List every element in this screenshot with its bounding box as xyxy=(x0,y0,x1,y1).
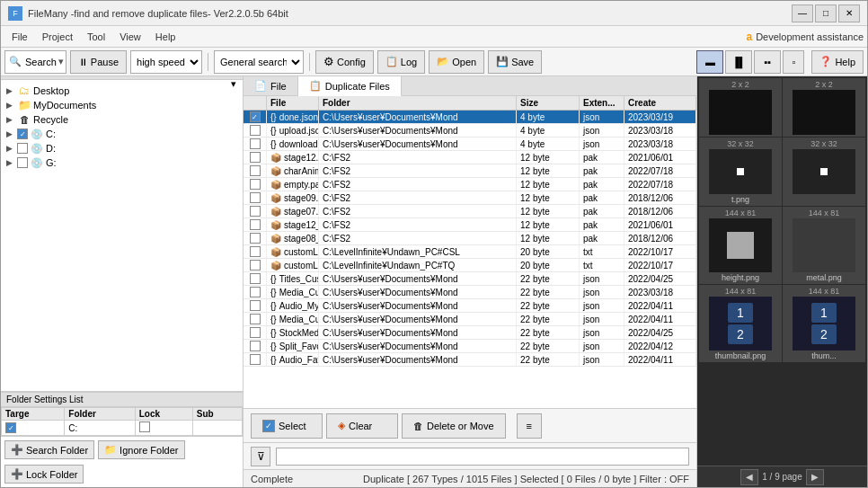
row-checkbox[interactable] xyxy=(250,233,261,244)
file-row[interactable]: 📦stage07.pakC:\FS212 bytepak2018/12/06 xyxy=(244,205,696,218)
file-row-check[interactable] xyxy=(244,124,267,137)
file-row-check[interactable]: ✓ xyxy=(244,111,267,123)
row-checkbox[interactable] xyxy=(250,354,261,365)
row-checkbox[interactable] xyxy=(250,260,261,271)
file-row-check[interactable] xyxy=(244,340,267,352)
file-row-check[interactable] xyxy=(244,191,267,204)
menu-project[interactable]: Project xyxy=(35,30,80,44)
file-row-check[interactable] xyxy=(244,205,267,217)
col-header-ext[interactable]: Exten... xyxy=(580,96,624,110)
save-button[interactable]: 💾 Save xyxy=(488,50,542,74)
file-row-check[interactable] xyxy=(244,286,267,298)
file-row[interactable]: {}Media_CustomAdjustLayer.jsonC:\Users¥u… xyxy=(244,286,696,299)
view-detail-button[interactable]: ▐▌ xyxy=(725,50,752,74)
search-type-select[interactable]: General search xyxy=(214,50,304,74)
file-row-check[interactable] xyxy=(244,326,267,339)
row-checkbox[interactable] xyxy=(250,179,261,190)
tree-item-g[interactable]: ▶ 💿 G: xyxy=(4,155,239,170)
tree-check-d[interactable] xyxy=(17,143,28,154)
prev-page-button[interactable]: ◀ xyxy=(740,469,758,485)
row-checkbox[interactable] xyxy=(250,314,261,324)
tree-item-desktop[interactable]: ▶ 🗂 Desktop xyxy=(4,84,239,98)
file-row-check[interactable] xyxy=(244,138,267,150)
maximize-button[interactable]: □ xyxy=(815,4,837,22)
settings-check-target[interactable]: ✓ xyxy=(5,422,16,433)
tree-item-recycle[interactable]: ▶ 🗑 Recycle xyxy=(4,112,239,127)
tree-item-c[interactable]: ▶ ✓ 💿 C: xyxy=(4,127,239,141)
col-header-file[interactable]: File xyxy=(267,96,319,110)
file-row[interactable]: ✓{}done.jsonC:\Users¥user¥Documents¥Mond… xyxy=(244,111,696,124)
file-row[interactable]: 📦empty.pakC:\FS212 bytepak2022/07/18 xyxy=(244,178,696,191)
file-row[interactable]: {}Split_Favorites.jsonC:\Users¥user¥Docu… xyxy=(244,340,696,353)
search-dropdown-arrow[interactable]: ▾ xyxy=(57,56,66,67)
row-checkbox[interactable] xyxy=(250,206,261,217)
file-row[interactable]: 📦charAnimation05.pakC:\FS212 bytepak2022… xyxy=(244,164,696,178)
file-row-check[interactable] xyxy=(244,218,267,231)
tab-file[interactable]: 📄 File xyxy=(244,76,298,95)
view-thumb-button[interactable]: ▪▪ xyxy=(754,50,781,74)
row-checkbox[interactable] xyxy=(250,287,261,297)
ignore-folder-button[interactable]: 📁 Ignore Folder xyxy=(98,440,184,459)
file-row[interactable]: 📦customLog.txtC:\LevelInfinite¥Undawn_PC… xyxy=(244,245,696,259)
file-row-check[interactable] xyxy=(244,259,267,271)
search-folder-button[interactable]: ➕ Search Folder xyxy=(4,440,94,459)
config-button[interactable]: ⚙ Config xyxy=(315,50,374,74)
file-row[interactable]: 📦stage12_night.pakC:\FS212 bytepak2021/0… xyxy=(244,218,696,232)
col-header-folder[interactable]: Folder xyxy=(319,96,517,110)
file-row[interactable]: {}Audio_Favorites.jsonC:\Users¥user¥Docu… xyxy=(244,353,696,367)
file-row-check[interactable] xyxy=(244,151,267,164)
row-checkbox[interactable] xyxy=(250,165,261,176)
view-split-button[interactable]: ▫ xyxy=(783,50,804,74)
file-row[interactable]: {}Audio_My_Music.jsonC:\Users¥user¥Docum… xyxy=(244,299,696,313)
row-checkbox[interactable] xyxy=(250,327,261,338)
file-row[interactable]: {}upload.jsonC:\Users¥user¥Documents¥Mon… xyxy=(244,124,696,138)
menu-help[interactable]: Help xyxy=(148,30,183,44)
filter-button[interactable]: ⊽ xyxy=(251,447,270,466)
tab-duplicate[interactable]: 📋 Duplicate Files xyxy=(298,76,402,96)
file-row[interactable]: {}Media_Custom.jsonC:\Users¥user¥Documen… xyxy=(244,313,696,326)
file-row-check[interactable] xyxy=(244,245,267,258)
row-checkbox[interactable] xyxy=(250,300,261,311)
panel-collapse-button[interactable]: ▾ xyxy=(226,76,241,91)
file-row-check[interactable] xyxy=(244,272,267,285)
file-row-check[interactable] xyxy=(244,178,267,191)
row-checkbox[interactable] xyxy=(250,152,261,163)
row-checkbox[interactable]: ✓ xyxy=(250,111,261,122)
row-checkbox[interactable] xyxy=(250,219,261,230)
delete-button[interactable]: 🗑 Delete or Move xyxy=(402,413,506,439)
clear-button[interactable]: ◈ Clear xyxy=(326,413,398,439)
tree-item-d[interactable]: ▶ 💿 D: xyxy=(4,141,239,155)
close-button[interactable]: ✕ xyxy=(838,4,860,22)
menu-tool[interactable]: Tool xyxy=(80,30,112,44)
log-button[interactable]: 📋 Log xyxy=(377,50,425,74)
help-button[interactable]: ❓ Help xyxy=(811,50,864,74)
minimize-button[interactable]: — xyxy=(792,4,813,22)
filter-settings-button[interactable]: ≡ xyxy=(517,413,542,439)
open-button[interactable]: 📂 Open xyxy=(429,50,484,74)
speed-select[interactable]: high speed xyxy=(130,50,202,74)
tree-item-mydocs[interactable]: ▶ 📁 MyDocuments xyxy=(4,98,239,112)
row-checkbox[interactable] xyxy=(250,138,261,149)
file-row-check[interactable] xyxy=(244,353,267,366)
file-row[interactable]: 📦stage12.pakC:\FS212 bytepak2021/06/01 xyxy=(244,151,696,164)
view-list-button[interactable]: ▬ xyxy=(696,50,723,74)
menu-view[interactable]: View xyxy=(112,30,148,44)
row-checkbox[interactable] xyxy=(250,341,261,351)
file-row[interactable]: {}Titles_Custom.jsonC:\Users¥user¥Docume… xyxy=(244,272,696,286)
file-row[interactable]: 📦stage09.pakC:\FS212 bytepak2018/12/06 xyxy=(244,191,696,205)
row-checkbox[interactable] xyxy=(250,192,261,203)
row-checkbox[interactable] xyxy=(250,125,261,136)
col-header-date[interactable]: Create xyxy=(624,96,696,110)
settings-check-lock[interactable] xyxy=(139,421,150,432)
file-row[interactable]: {}download.jsonC:\Users¥user¥Documents¥M… xyxy=(244,138,696,151)
lock-folder-button[interactable]: ➕ Lock Folder xyxy=(4,465,84,484)
file-row[interactable]: 📦customLog.txtC:\LevelInfinite¥Undawn_PC… xyxy=(244,259,696,272)
col-header-check[interactable] xyxy=(244,96,267,110)
file-row-check[interactable] xyxy=(244,299,267,312)
col-header-size[interactable]: Size xyxy=(517,96,580,110)
file-row-check[interactable] xyxy=(244,232,267,244)
tree-check-g[interactable] xyxy=(17,157,28,168)
row-checkbox[interactable] xyxy=(250,246,261,257)
file-row[interactable]: {}StockMedia_Favorite.jsonC:\Users¥user¥… xyxy=(244,326,696,340)
pause-button[interactable]: ⏸ Pause xyxy=(70,50,127,74)
